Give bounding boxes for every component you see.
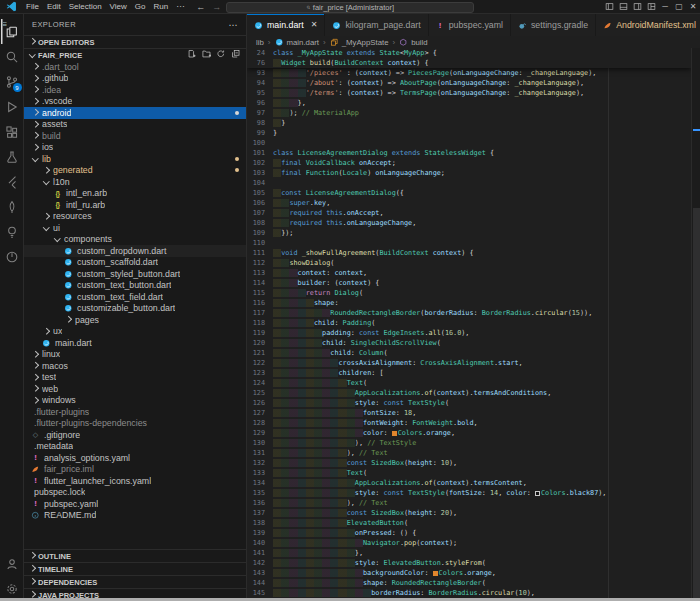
close-icon[interactable]: ✕ — [311, 21, 318, 29]
toggle-sidebar-icon[interactable] — [602, 0, 616, 14]
collapse-all-icon[interactable] — [231, 49, 241, 61]
tree-item--vscode[interactable]: .vscode — [24, 96, 246, 108]
explorer-more-actions-icon[interactable]: ⋯ — [229, 20, 238, 30]
source-control-icon[interactable]: 9 — [1, 69, 23, 94]
testing-icon[interactable] — [1, 144, 23, 169]
tree-item-intl-en-arb[interactable]: {}intl_en.arb — [24, 188, 246, 200]
new-file-icon[interactable] — [187, 49, 197, 61]
toggle-panel-icon[interactable] — [616, 0, 630, 14]
editor-scrollbar[interactable] — [691, 48, 700, 601]
tree-item-custom-styled-button-dart[interactable]: custom_styled_button.dart — [24, 268, 246, 280]
tree-item--metadata[interactable]: ≡.metadata — [24, 441, 246, 453]
project-section-header[interactable]: FAIR_PRICE — [24, 48, 246, 61]
tree-item-lib[interactable]: lib — [24, 153, 246, 165]
extensions-icon[interactable] — [1, 119, 23, 144]
menu-item-file[interactable]: File — [22, 2, 43, 11]
tree-item-label: .vscode — [42, 96, 72, 106]
search-icon[interactable] — [1, 44, 23, 69]
maximize-button[interactable]: ▢ — [672, 0, 686, 14]
tab-kilogram-page-dart[interactable]: kilogram_page.dart — [325, 14, 428, 36]
tree-item-label: pubspec.lock — [34, 487, 85, 497]
tree-item-build[interactable]: build — [24, 130, 246, 142]
menu-item-edit[interactable]: Edit — [43, 2, 65, 11]
code-editor[interactable]: 93 '/pieces' : (context) => PiecesPage(o… — [247, 48, 700, 601]
tree-item-web[interactable]: web — [24, 383, 246, 395]
line-number: 107 — [247, 208, 273, 218]
tab-main-dart[interactable]: main.dart✕ — [247, 14, 325, 36]
tree-item-linux[interactable]: linux — [24, 349, 246, 361]
back-arrow-icon[interactable]: ← — [196, 2, 205, 12]
flutter-icon[interactable] — [1, 169, 23, 194]
tree-item-custom-text-button-dart[interactable]: custom_text_button.dart — [24, 280, 246, 292]
tree-item-generated[interactable]: generated — [24, 165, 246, 177]
section-dependencies[interactable]: DEPENDENCIES — [24, 575, 246, 588]
power-icon[interactable] — [1, 244, 23, 269]
breadcrumb-item[interactable]: _MyAppState — [342, 38, 389, 47]
tree-item-customizable-button-dart[interactable]: customizable_button.dart — [24, 303, 246, 315]
tree-item-fair-price-iml[interactable]: fair_price.iml — [24, 464, 246, 476]
menu-item-go[interactable]: Go — [131, 2, 150, 11]
refresh-icon[interactable] — [216, 49, 226, 61]
tree-item-macos[interactable]: macos — [24, 360, 246, 372]
tree-item-pages[interactable]: pages — [24, 314, 246, 326]
line-text: return Dialog( — [273, 288, 363, 298]
tree-item--flutter-plugins-dependencies[interactable]: ≡.flutter-plugins-dependencies — [24, 418, 246, 430]
breadcrumb-item[interactable]: main.dart — [286, 38, 319, 47]
breadcrumb-item[interactable]: lib — [256, 38, 264, 47]
command-center-search[interactable]: ⌕ fair_price [Administrator] — [226, 2, 474, 13]
overview-ruler-marker — [693, 129, 700, 131]
indent-whitespace — [273, 409, 363, 417]
tab-AndroidManifest-xml[interactable]: AndroidManifest.xmlM — [596, 14, 700, 36]
tab-pubspec-yaml[interactable]: !pubspec.yaml — [429, 14, 511, 36]
tab-settings-gradle[interactable]: settings.gradle — [511, 14, 596, 36]
tree-item-flutter-launcher-icons-yaml[interactable]: !flutter_launcher_icons.yaml — [24, 475, 246, 487]
tree-item-components[interactable]: components — [24, 234, 246, 246]
tree-item--flutter-plugins[interactable]: ≡.flutter-plugins — [24, 406, 246, 418]
section-timeline[interactable]: TIMELINE — [24, 562, 246, 575]
mongodb-icon[interactable] — [1, 194, 23, 219]
customize-layout-icon[interactable] — [644, 0, 658, 14]
close-button[interactable]: ✕ — [686, 0, 700, 14]
menu-item-run[interactable]: Run — [149, 2, 172, 11]
minimize-button[interactable]: ─ — [658, 0, 672, 14]
tree-item-pubspec-yaml[interactable]: !pubspec.yaml — [24, 498, 246, 510]
tree-item-resources[interactable]: resources — [24, 211, 246, 223]
tree-item-ui[interactable]: ui — [24, 222, 246, 234]
tree-item--gitignore[interactable]: ◇.gitignore — [24, 429, 246, 441]
tree-item-windows[interactable]: windows — [24, 395, 246, 407]
token: ). — [465, 479, 473, 487]
tree-item-custom-scaffold-dart[interactable]: custom_scaffold.dart — [24, 257, 246, 269]
toggle-secondary-sidebar-icon[interactable] — [630, 0, 644, 14]
tree-item-ux[interactable]: ux — [24, 326, 246, 338]
tree-item-custom-dropdown-dart[interactable]: custom_dropdown.dart — [24, 245, 246, 257]
tree-item-intl-ru-arb[interactable]: {}intl_ru.arb — [24, 199, 246, 211]
tree-item--github[interactable]: .github — [24, 73, 246, 85]
tree-item--dart-tool[interactable]: .dart_tool — [24, 61, 246, 73]
tree-item-l10n[interactable]: l10n — [24, 176, 246, 188]
tree-item-ios[interactable]: ios — [24, 142, 246, 154]
tree-item-main-dart[interactable]: main.dart — [24, 337, 246, 349]
tree-item-test[interactable]: test — [24, 372, 246, 384]
tree-item-README-md[interactable]: README.md — [24, 510, 246, 522]
menu-item-view[interactable]: View — [106, 2, 131, 11]
chevron-down-icon — [53, 238, 61, 241]
lightbulb-icon[interactable] — [1, 219, 23, 244]
breadcrumb[interactable]: lib›main.dart›_MyAppState›build — [247, 36, 700, 48]
menu-item-more[interactable]: ⋯ — [172, 2, 188, 11]
tree-item-analysis-options-yaml[interactable]: !analysis_options.yaml — [24, 452, 246, 464]
tree-item--idea[interactable]: .idea — [24, 84, 246, 96]
tree-item-custom-text-field-dart[interactable]: custom_text_field.dart — [24, 291, 246, 303]
tree-item-assets[interactable]: assets — [24, 119, 246, 131]
tree-item-pubspec-lock[interactable]: ≡pubspec.lock — [24, 487, 246, 499]
open-editors-section[interactable]: OPEN EDITORS — [24, 35, 246, 48]
tree-item-android[interactable]: android — [24, 107, 246, 119]
scrollbar-thumb[interactable] — [693, 208, 700, 601]
breadcrumb-item[interactable]: build — [411, 38, 427, 47]
menu-item-selection[interactable]: Selection — [65, 2, 106, 11]
forward-arrow-icon[interactable]: → — [212, 2, 221, 12]
run-and-debug-icon[interactable] — [1, 94, 23, 119]
section-outline[interactable]: OUTLINE — [24, 549, 246, 562]
section-label: DEPENDENCIES — [38, 578, 97, 587]
new-folder-icon[interactable] — [202, 49, 212, 61]
accounts-icon[interactable] — [1, 551, 23, 576]
